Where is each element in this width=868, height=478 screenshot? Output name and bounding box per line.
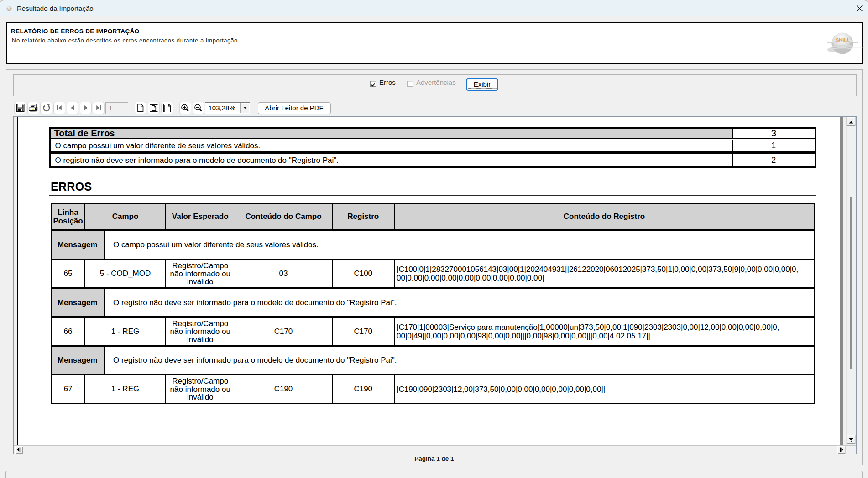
svg-text:SKILL: SKILL [836, 36, 851, 43]
